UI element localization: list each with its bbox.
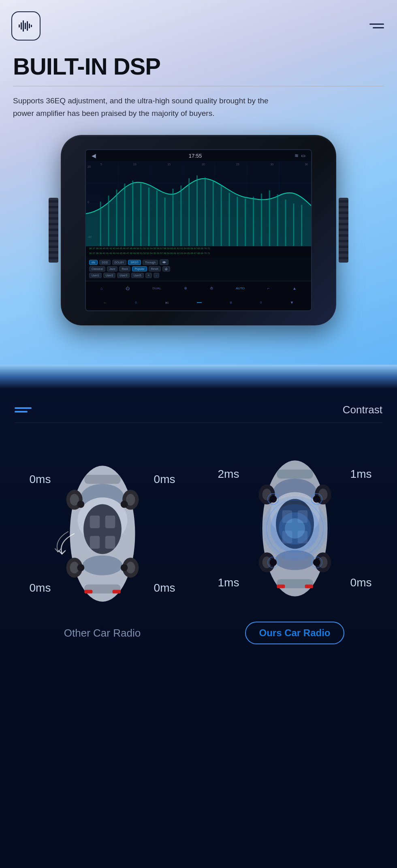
ours-label-bottom-right: 0ms (350, 576, 372, 589)
svg-rect-5 (29, 24, 30, 28)
nav-zero-1: 0 (135, 301, 137, 304)
nav-zero-2: 0 (260, 301, 262, 304)
other-label-top-right: 0ms (154, 473, 175, 486)
screen-time: 17:55 (189, 153, 202, 159)
other-car-image: 0ms 0ms 0ms 0ms (30, 449, 175, 619)
svg-rect-31 (221, 186, 222, 246)
other-car-label: Other Car Radio (64, 627, 141, 639)
svg-rect-20 (132, 181, 133, 246)
svg-rect-46 (90, 515, 100, 528)
screen-bottom-nav: ⌂ ⏻ DUAL ❄ ⟰ AUTO ⌐ ▲ (86, 281, 311, 295)
wind-arrows-svg (50, 526, 86, 562)
svg-rect-36 (261, 194, 262, 246)
nav-fan-icon[interactable]: ⟰ (210, 286, 213, 291)
minus-btn[interactable]: - (154, 273, 159, 278)
back-arrow-icon[interactable]: ◀ (92, 152, 96, 159)
eq-chart-area: 20 0 -20 (86, 161, 311, 246)
icon-line-1 (15, 407, 32, 409)
nav-home-icon[interactable]: ⌂ (100, 286, 103, 291)
eq-chart-svg (86, 161, 311, 246)
contrast-icon (15, 407, 32, 413)
svg-rect-49 (105, 536, 115, 548)
nav-slider-icon[interactable]: ━━ (197, 300, 202, 305)
battery-icon: ▭ (301, 153, 305, 158)
svg-rect-23 (156, 190, 158, 246)
through-btn[interactable]: Through (143, 260, 158, 265)
svg-rect-48 (90, 536, 100, 548)
contrast-header: Contrast (0, 389, 397, 416)
top-section: BUILT-IN DSP Supports 36EQ adjustment, a… (0, 0, 397, 365)
svg-rect-32 (228, 193, 230, 246)
svg-rect-37 (269, 190, 270, 246)
ours-car-button[interactable]: Ours Car Radio (245, 622, 344, 644)
user1-btn[interactable]: User1 (89, 273, 102, 278)
svg-rect-1 (21, 22, 22, 30)
svg-rect-39 (285, 200, 286, 246)
ours-label-top-right: 1ms (350, 468, 372, 481)
car-display-outer: ◀ 17:55 ≋ ▭ 20 0 -20 (61, 135, 336, 325)
svg-point-61 (77, 500, 84, 508)
controls-row-3: User1 User2 User3 User5 + - (89, 273, 308, 278)
other-label-bottom-left: 0ms (30, 582, 51, 594)
svg-rect-28 (196, 175, 198, 246)
nav-bars-icon[interactable]: ≡ (230, 300, 232, 305)
svg-rect-22 (148, 188, 149, 246)
eq-number-rows: 36 37 38 39 40 41 42 43 44 45 46 47 48 4… (86, 246, 311, 258)
svg-rect-17 (108, 196, 109, 246)
nav-vol-down-icon[interactable]: ▼ (290, 300, 294, 305)
bottom-section: Contrast 0ms 0ms 0ms 0ms (0, 389, 397, 868)
dolby-btn[interactable]: DOLBY (112, 260, 127, 265)
reset-btn[interactable]: Reset (149, 266, 161, 272)
nav-dual-label[interactable]: DUAL (152, 286, 161, 290)
user5-btn[interactable]: User5 (131, 273, 144, 278)
dts-btn[interactable]: dts (89, 260, 98, 265)
srs-btn[interactable]: SRS© (128, 260, 141, 265)
classical-btn[interactable]: Classical (89, 266, 105, 272)
popular-btn[interactable]: Popular (132, 266, 147, 272)
svg-rect-66 (112, 590, 120, 593)
logo (11, 11, 41, 41)
nav-power-icon[interactable]: ⏻ (126, 286, 130, 291)
car-display-wrapper: ◀ 17:55 ≋ ▭ 20 0 -20 (0, 131, 397, 338)
nav-back-icon[interactable]: ← (103, 300, 107, 305)
hamburger-menu[interactable] (369, 24, 384, 28)
nav-vol-icon[interactable]: ▲ (292, 286, 297, 291)
svg-rect-51 (84, 475, 120, 483)
svg-rect-29 (205, 177, 206, 246)
svg-rect-27 (188, 178, 190, 246)
status-icons: ≋ ▭ (295, 153, 305, 158)
svg-rect-19 (124, 184, 125, 246)
svg-rect-101 (305, 585, 313, 588)
power-btn[interactable]: ⏻ (162, 266, 170, 272)
svg-rect-6 (31, 25, 32, 27)
screen-bottom-nav-2: ← 0 ⏯ ━━ ≡ 0 ▼ (86, 295, 311, 310)
user3-btn[interactable]: User3 (117, 273, 130, 278)
stereo-btn[interactable]: ◀▶ (160, 259, 169, 265)
svg-rect-100 (277, 585, 285, 588)
jazz-btn[interactable]: Jazz (107, 266, 117, 272)
svg-point-62 (120, 500, 128, 508)
svg-rect-82 (277, 470, 313, 479)
rock-btn[interactable]: Rock (119, 266, 130, 272)
nav-link-icon[interactable]: ⌐ (267, 286, 270, 291)
car-comparison: 0ms 0ms 0ms 0ms (0, 423, 397, 669)
other-car-item: 0ms 0ms 0ms 0ms (17, 449, 188, 639)
svg-rect-34 (245, 199, 246, 246)
sound-wave-svg (254, 488, 335, 569)
svg-rect-2 (23, 20, 24, 32)
ddd-btn[interactable]: DDD (99, 260, 110, 265)
svg-rect-25 (172, 189, 173, 246)
svg-point-63 (77, 564, 84, 571)
nav-pause-icon[interactable]: ⏯ (165, 300, 169, 305)
svg-rect-41 (301, 205, 302, 246)
other-label-top-left: 0ms (30, 473, 51, 486)
svg-rect-21 (140, 184, 141, 246)
svg-rect-3 (25, 23, 26, 29)
svg-point-64 (120, 564, 128, 571)
user2-btn[interactable]: User2 (103, 273, 116, 278)
nav-snow-icon[interactable]: ❄ (184, 286, 187, 291)
add-btn[interactable]: + (145, 273, 152, 278)
eq-row-2: 36 37 38 39 40 41 42 43 44 45 46 47 48 4… (89, 252, 308, 257)
nav-auto-label[interactable]: AUTO (236, 286, 245, 290)
title-divider (13, 86, 384, 86)
